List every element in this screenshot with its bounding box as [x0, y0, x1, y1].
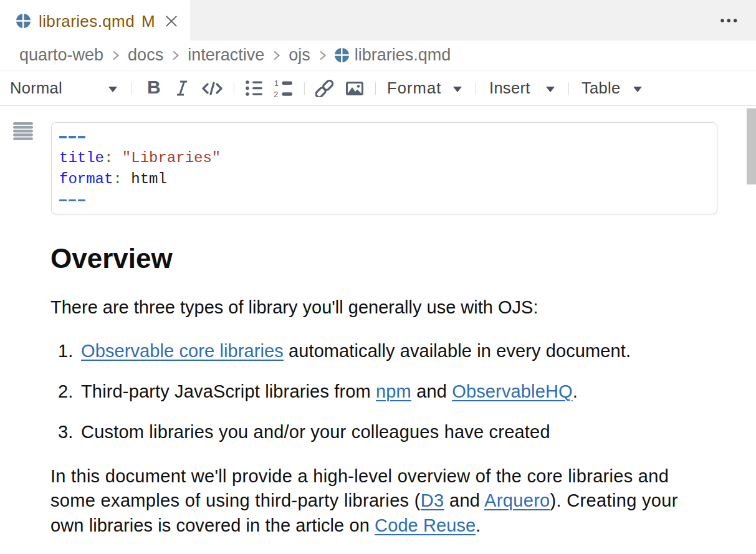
svg-text:1: 1: [274, 79, 279, 88]
svg-text:2: 2: [274, 90, 278, 98]
